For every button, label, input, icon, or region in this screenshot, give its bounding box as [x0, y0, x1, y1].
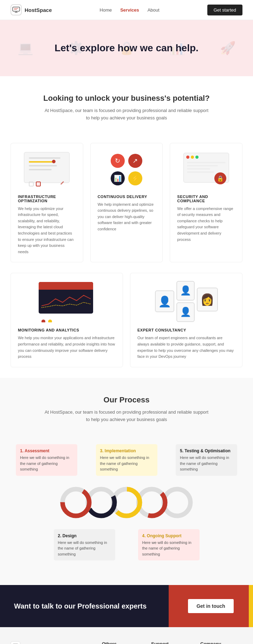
- cta-right: Get in touch: [169, 585, 253, 627]
- process-step-5-title: 5. Testing & Optimisation: [180, 448, 233, 454]
- hero-title: Let's explore how we can help.: [54, 42, 199, 54]
- svg-rect-0: [13, 7, 20, 11]
- process-step-3-text: Here we will do something in the name of…: [100, 455, 153, 472]
- process-step-2-text: Here we will do something in the name of…: [58, 540, 111, 557]
- service-desc-cd: We help implement and optimize continuou…: [98, 202, 156, 232]
- process-subtitle: At HostSpace, our team is focused on pro…: [42, 409, 211, 423]
- process-step-5-text: Here we will do something in the name of…: [180, 455, 233, 472]
- service-desc-security: We offer a comprehensive range of securi…: [177, 206, 235, 243]
- intro-title: Looking to unlock your business's potent…: [21, 94, 232, 103]
- cta-text: Want to talk to our Professional experts: [14, 601, 147, 611]
- service-desc-expert: Our team of expert engineers and consult…: [137, 335, 235, 360]
- intro-subtitle: At HostSpace, our team is focused on pro…: [42, 107, 211, 122]
- service-desc-infra: We help you optimize your infrastructure…: [18, 206, 76, 255]
- services-grid-row2: MONITORING AND ANALYTICS We help you mon…: [0, 273, 253, 377]
- services-grid-row1: INFRASTRUCTURE OPTIMIZATION We help you …: [0, 132, 253, 273]
- footer-col-others: Others Services Reviews: [102, 641, 144, 644]
- nav-services[interactable]: Services: [120, 7, 139, 13]
- footer-brand: HostSpace With HostSpace as your DevOps …: [11, 641, 95, 644]
- service-img-expert: 👤 👤 👤 👩: [137, 280, 235, 322]
- service-img-monitoring: [18, 280, 116, 322]
- brand-name: HostSpace: [25, 7, 52, 13]
- process-step-4-text: Here we will do something in the name of…: [142, 540, 195, 557]
- hero-section: 💻⚙️🔒📊🚀 Let's explore how we can help.: [0, 20, 253, 76]
- intro-section: Looking to unlock your business's potent…: [0, 76, 253, 132]
- footer-brand-logo: HostSpace: [11, 641, 95, 644]
- process-step-2: 2. Design Here we will do something in t…: [54, 529, 115, 561]
- navbar: HostSpace Home Services About Get starte…: [0, 0, 253, 20]
- service-title-security: SECURITY AND COMPLIANCE: [177, 195, 235, 203]
- get-in-touch-button[interactable]: Get in touch: [188, 599, 234, 613]
- service-title-infra: INFRASTRUCTURE OPTIMIZATION: [18, 195, 76, 203]
- service-card-security: 🔒 SECURITY AND COMPLIANCE We offer a com…: [170, 143, 242, 263]
- process-step-4-title: 4. Ongoing Support: [142, 533, 195, 539]
- brand-icon: [11, 4, 22, 15]
- footer-col-company: Company About Team Privacy policy Terms …: [200, 641, 242, 644]
- process-diagram: 1. Assessment Here we will do something …: [14, 437, 239, 567]
- footer-col-support-title: Support: [151, 641, 193, 644]
- service-title-monitoring: MONITORING AND ANALYTICS: [18, 328, 116, 332]
- footer-col-others-title: Others: [102, 641, 144, 644]
- nav-about[interactable]: About: [148, 7, 160, 13]
- footer-col-support: Support FAQs Support center Contact info…: [151, 641, 193, 644]
- process-step-5: 5. Testing & Optimisation Here we will d…: [176, 444, 237, 476]
- get-started-button[interactable]: Get started: [207, 5, 242, 15]
- service-img-security: 🔒: [177, 150, 235, 189]
- service-card-expert: 👤 👤 👤 👩 EXPERT CONSULTANCY Our team of e…: [130, 273, 242, 367]
- nav-links: Home Services About: [100, 7, 160, 13]
- process-section: Our Process At HostSpace, our team is fo…: [0, 378, 253, 585]
- cta-section: Want to talk to our Professional experts…: [0, 585, 253, 627]
- service-card-infra: INFRASTRUCTURE OPTIMIZATION We help you …: [11, 143, 83, 263]
- nav-home[interactable]: Home: [100, 7, 112, 13]
- cta-left: Want to talk to our Professional experts: [0, 585, 169, 627]
- service-img-infra: [18, 150, 76, 189]
- process-step-3: 3. Implementation Here we will do someth…: [96, 444, 157, 476]
- process-step-1-text: Here we will do something in the name of…: [20, 455, 73, 472]
- process-step-3-title: 3. Implementation: [100, 448, 153, 454]
- brand: HostSpace: [11, 4, 52, 15]
- footer-top: HostSpace With HostSpace as your DevOps …: [11, 641, 242, 644]
- process-step-1: 1. Assessment Here we will do something …: [16, 444, 77, 476]
- process-step-1-title: 1. Assessment: [20, 448, 73, 454]
- process-title: Our Process: [14, 395, 239, 405]
- service-title-cd: CONTINUOUS DELIVERY: [98, 195, 156, 199]
- svg-point-9: [164, 489, 190, 516]
- footer: HostSpace With HostSpace as your DevOps …: [0, 627, 253, 644]
- service-desc-monitoring: We help you monitor your applications an…: [18, 335, 116, 360]
- footer-col-company-title: Company: [200, 641, 242, 644]
- service-title-expert: EXPERT CONSULTANCY: [137, 328, 235, 332]
- service-card-monitoring: MONITORING AND ANALYTICS We help you mon…: [11, 273, 123, 367]
- service-card-cd: ↻ ↗ 📊 ⚡ CONTINUOUS DELIVERY We help impl…: [90, 143, 163, 263]
- process-step-2-title: 2. Design: [58, 533, 111, 539]
- process-step-4: 4. Ongoing Support Here we will do somet…: [138, 529, 200, 561]
- service-img-cd: ↻ ↗ 📊 ⚡: [98, 150, 156, 189]
- footer-brand-icon: [11, 641, 20, 644]
